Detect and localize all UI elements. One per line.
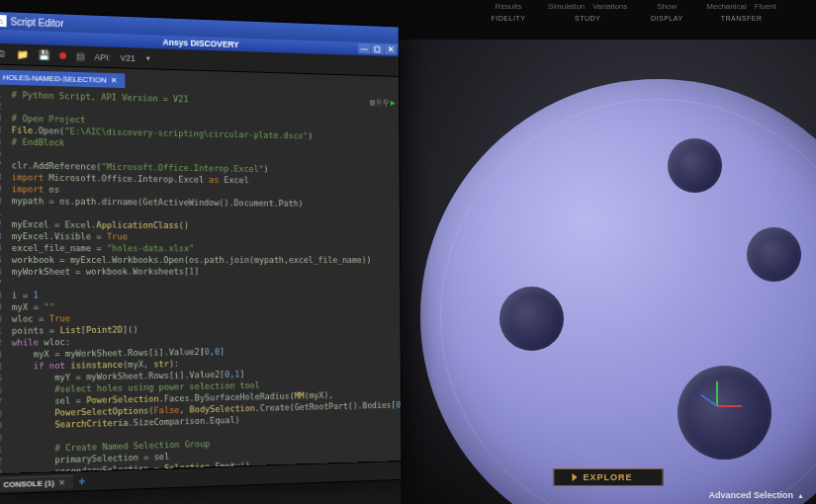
ribbon-item[interactable]: Variations xyxy=(592,2,627,11)
ribbon-item[interactable]: Results xyxy=(496,2,522,11)
open-icon[interactable]: 📁 xyxy=(17,48,29,59)
api-version-selector[interactable]: V21 xyxy=(120,52,135,62)
code-line[interactable]: myWorkSheet = workbook.Worksheets[1] xyxy=(12,266,401,278)
line-number: 23 xyxy=(0,349,2,361)
panel-toggle-icon[interactable]: ▥ xyxy=(370,97,375,108)
line-number: 20 xyxy=(0,313,2,325)
close-tab-icon[interactable]: ✕ xyxy=(111,76,118,85)
ribbon-item[interactable]: Mechanical xyxy=(706,2,746,11)
hole-feature[interactable] xyxy=(668,138,722,193)
advanced-selection-toggle[interactable]: Advanced Selection ▲ xyxy=(709,490,804,500)
line-number: 32 xyxy=(0,456,2,467)
line-number: 6 xyxy=(0,147,2,159)
ribbon-group: ResultsFIDELITY xyxy=(489,2,528,22)
ribbon-group: MechanicalFluentTRANSFER xyxy=(706,2,776,22)
line-number: 28 xyxy=(0,408,2,420)
viewport-3d[interactable]: EXPLORE Advanced Selection ▲ xyxy=(401,40,816,504)
line-number: 12 xyxy=(0,218,2,230)
line-number: 1 xyxy=(0,88,2,100)
explore-label: EXPLORE xyxy=(583,472,632,482)
snippet-icon[interactable]: ▤ xyxy=(76,50,85,61)
line-number: 14 xyxy=(0,242,2,254)
line-number: 9 xyxy=(0,183,2,195)
add-console-button[interactable]: + xyxy=(78,474,85,488)
debug-icon[interactable]: ⚲ xyxy=(383,97,389,108)
axis-y-icon xyxy=(716,381,718,406)
line-number: 21 xyxy=(0,325,2,337)
line-number: 19 xyxy=(0,301,2,313)
line-number: 25 xyxy=(0,373,2,384)
model-circular-plate[interactable] xyxy=(420,79,816,504)
ribbon-group-label: DISPLAY xyxy=(651,15,683,22)
ribbon-item[interactable]: Fluent xyxy=(755,2,776,11)
save-icon[interactable]: 💾 xyxy=(38,49,49,60)
axis-x-icon xyxy=(717,405,742,407)
ribbon-group: ShowDISPLAY xyxy=(647,2,686,22)
window-title: Script Editor xyxy=(11,16,64,29)
run-icon[interactable]: ▶ xyxy=(391,97,396,108)
line-number: 5 xyxy=(0,135,2,147)
line-number: 11 xyxy=(0,207,2,218)
line-number: 2 xyxy=(0,100,2,112)
line-number: 27 xyxy=(0,396,2,408)
chevron-down-icon: ▼ xyxy=(144,55,151,62)
maximize-button[interactable]: ▢ xyxy=(371,43,384,54)
code-content[interactable]: # Python Script, API Version = V21 # Ope… xyxy=(6,85,402,473)
script-editor-window: ⌂ Script Editor Ansys DISCOVERY — ▢ ✕ 🗎 … xyxy=(0,11,402,495)
line-number: 22 xyxy=(0,337,2,349)
line-number: 18 xyxy=(0,290,2,301)
api-label: API: xyxy=(94,51,111,61)
line-number: 15 xyxy=(0,254,2,266)
line-number: 33 xyxy=(0,467,2,473)
record-icon[interactable] xyxy=(59,52,66,59)
code-line[interactable]: workbook = myExcel.Workbooks.Open(os.pat… xyxy=(12,254,401,266)
ribbon-item[interactable]: Simulation xyxy=(548,2,585,11)
line-number: 3 xyxy=(0,112,2,124)
app-icon: ⌂ xyxy=(0,15,7,27)
line-number: 10 xyxy=(0,195,2,207)
line-number: 17 xyxy=(0,278,2,290)
line-number: 13 xyxy=(0,230,2,242)
minimize-button[interactable]: — xyxy=(358,43,371,54)
line-number: 8 xyxy=(0,171,2,183)
line-number: 4 xyxy=(0,124,2,135)
ribbon-group-label: TRANSFER xyxy=(721,15,763,22)
step-icon[interactable]: ⎘ xyxy=(377,97,382,108)
ribbon-group-label: STUDY xyxy=(575,15,600,22)
ribbon-group-label: FIDELITY xyxy=(492,15,526,22)
close-console-icon[interactable]: ✕ xyxy=(58,478,65,487)
line-number: 24 xyxy=(0,361,2,373)
orientation-triad[interactable] xyxy=(697,366,747,415)
code-editor[interactable]: ▥ ⎘ ⚲ ▶ 12345678910111213141516171819202… xyxy=(0,84,401,473)
line-number: 30 xyxy=(0,432,2,444)
line-number: 26 xyxy=(0,384,2,396)
code-line[interactable]: excel_file_name = "holes-data.xlsx" xyxy=(12,242,401,254)
line-number: 7 xyxy=(0,159,2,171)
console-tab[interactable]: CONSOLE (1) ✕ xyxy=(0,474,73,491)
explore-mode-button[interactable]: EXPLORE xyxy=(553,468,663,486)
close-button[interactable]: ✕ xyxy=(385,44,397,55)
new-file-icon[interactable]: 🗎 xyxy=(0,48,7,59)
line-number: 31 xyxy=(0,444,2,456)
hole-feature[interactable] xyxy=(747,227,801,282)
ribbon-group: SimulationVariationsSTUDY xyxy=(548,2,627,22)
line-number: 16 xyxy=(0,266,2,278)
axis-z-icon xyxy=(700,394,718,407)
chevron-up-icon: ▲ xyxy=(797,492,804,499)
line-number: 29 xyxy=(0,420,2,432)
ribbon-item[interactable]: Show xyxy=(657,2,677,11)
hole-feature[interactable] xyxy=(499,287,564,351)
